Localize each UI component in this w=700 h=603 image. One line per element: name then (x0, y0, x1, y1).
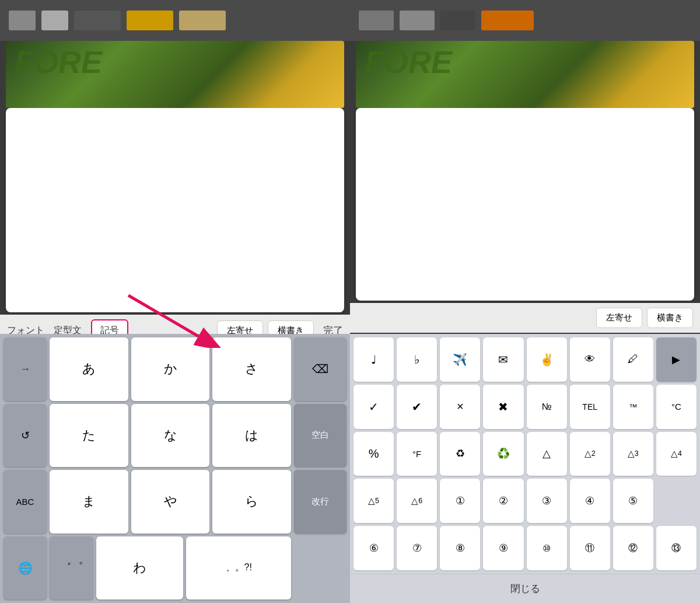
sym-celsius[interactable]: °C (656, 385, 696, 429)
sym-tm[interactable]: ™ (613, 385, 653, 429)
ya-key[interactable]: や (131, 470, 210, 534)
sym-tri4[interactable]: △4 (656, 432, 696, 476)
ra-key[interactable]: ら (212, 470, 291, 534)
undo-key[interactable]: ↺ (4, 404, 47, 468)
swatch-4[interactable] (127, 11, 173, 30)
ma-key[interactable]: ま (50, 470, 128, 534)
a-key[interactable]: あ (50, 337, 128, 401)
sym-check1[interactable]: ✓ (354, 385, 394, 429)
na-key[interactable]: な (131, 404, 210, 468)
sym-c7[interactable]: ⑦ (397, 526, 437, 570)
sym-c13[interactable]: ⑬ (656, 526, 696, 570)
right-toolbar: 左寄せ 横書き (350, 303, 700, 333)
close-bar[interactable]: 閉じる (350, 574, 700, 603)
sym-cross1[interactable]: × (440, 385, 480, 429)
sym-c1[interactable]: ① (440, 479, 480, 523)
sym-tri1[interactable]: △ (527, 432, 567, 476)
sym-fahrenheit[interactable]: °F (397, 432, 437, 476)
sym-c10[interactable]: ⑩ (527, 526, 567, 570)
ka-key[interactable]: か (131, 337, 210, 401)
swatch-r4[interactable] (481, 11, 534, 30)
sym-eye[interactable]: 👁 (570, 337, 610, 382)
sym-percent[interactable]: % (354, 432, 394, 476)
sa-key[interactable]: さ (212, 337, 291, 401)
sym-c5[interactable]: ⑤ (613, 479, 653, 523)
sym-c6[interactable]: ⑥ (354, 526, 394, 570)
ha-key[interactable]: は (212, 404, 291, 468)
swatch-2[interactable] (41, 11, 68, 30)
sym-c9[interactable]: ⑨ (483, 526, 523, 570)
image-text: FORE (15, 44, 102, 80)
right-direction-button[interactable]: 横書き (647, 308, 693, 328)
sym-tri5[interactable]: △5 (354, 479, 394, 523)
swatch-5[interactable] (179, 11, 226, 30)
abc-key[interactable]: ABC (4, 470, 47, 534)
sym-recycle1[interactable]: ♻ (440, 432, 480, 476)
jp-keyboard: → あ か さ ⌫ ↺ た な は 空白 ABC ま や ら 改行 🌐 ゛゜ わ… (0, 334, 350, 603)
sym-tri2[interactable]: △2 (570, 432, 610, 476)
sym-cross2[interactable]: ✖ (483, 385, 523, 429)
sym-pen[interactable]: 🖊 (613, 337, 653, 382)
swatch-r3[interactable] (440, 11, 475, 30)
right-bg-image: FORE (356, 41, 694, 108)
symbol-keyboard: ♩ ♭ ✈️ ✉ ✌️ 👁 🖊 ▶ ✓ ✔ × ✖ № TEL ™ °C % °… (350, 334, 700, 574)
sym-c8[interactable]: ⑧ (440, 526, 480, 570)
sym-c4[interactable]: ④ (570, 479, 610, 523)
sym-c3[interactable]: ③ (527, 479, 567, 523)
swatch-3[interactable] (74, 11, 121, 30)
globe-key[interactable]: 🌐 (4, 536, 47, 600)
swatch-1[interactable] (9, 11, 36, 30)
sym-c12[interactable]: ⑫ (613, 526, 653, 570)
swatch-r2[interactable] (400, 11, 435, 30)
right-text-area[interactable] (356, 108, 694, 301)
left-text-area[interactable] (6, 108, 344, 312)
empty-key (294, 536, 346, 600)
sym-flat[interactable]: ♭ (397, 337, 437, 382)
sym-play[interactable]: ▶ (656, 337, 696, 382)
wa-key[interactable]: わ (96, 536, 184, 600)
sym-tri6[interactable]: △6 (397, 479, 437, 523)
space-key[interactable]: 空白 (294, 404, 346, 468)
sym-recycle2[interactable]: ♻️ (483, 432, 523, 476)
sym-empty (656, 479, 696, 523)
swatch-r1[interactable] (359, 11, 394, 30)
punct-key[interactable]: 、。?! (186, 536, 291, 600)
sym-mail[interactable]: ✉ (483, 337, 523, 382)
sym-no[interactable]: № (527, 385, 567, 429)
right-image-text: FORE (365, 44, 452, 80)
sym-check2[interactable]: ✔ (397, 385, 437, 429)
dakuten-key[interactable]: ゛゜ (50, 536, 93, 600)
right-align-button[interactable]: 左寄せ (596, 308, 642, 328)
sym-peace[interactable]: ✌️ (527, 337, 567, 382)
enter-key[interactable]: 改行 (294, 470, 346, 534)
close-label[interactable]: 閉じる (510, 582, 540, 595)
sym-c11[interactable]: ⑪ (570, 526, 610, 570)
left-bg-image: FORE (6, 41, 344, 108)
arrow-key[interactable]: → (4, 337, 47, 401)
sym-c2[interactable]: ② (483, 479, 523, 523)
sym-plane[interactable]: ✈️ (440, 337, 480, 382)
ta-key[interactable]: た (50, 404, 128, 468)
sym-tel[interactable]: TEL (570, 385, 610, 429)
sym-note[interactable]: ♩ (354, 337, 394, 382)
backspace-key[interactable]: ⌫ (294, 337, 346, 401)
sym-tri3[interactable]: △3 (613, 432, 653, 476)
